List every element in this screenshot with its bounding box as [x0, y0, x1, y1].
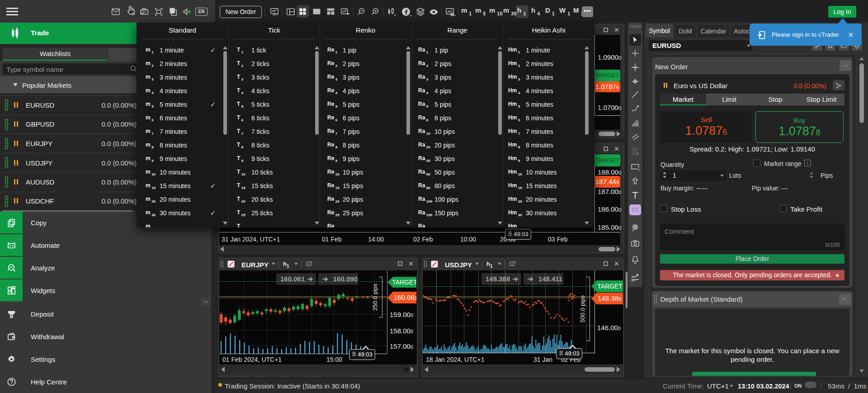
svg-text:TARGET: TARGET: [597, 283, 623, 290]
svg-text:160.061: 160.061: [394, 294, 416, 301]
svg-text:E: E: [637, 123, 639, 128]
svg-text:F: F: [637, 152, 639, 156]
svg-text:148.388: 148.388: [598, 294, 621, 302]
svg-text:TARGET: TARGET: [392, 279, 416, 286]
